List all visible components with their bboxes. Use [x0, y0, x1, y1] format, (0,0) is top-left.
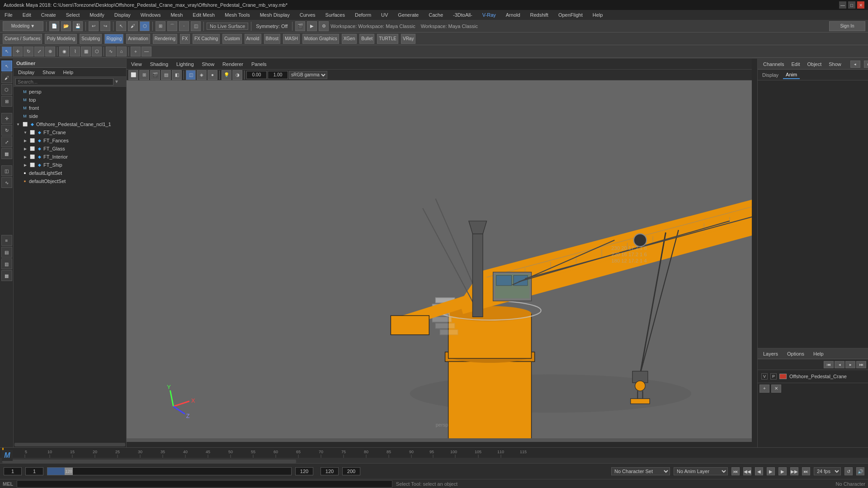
panel-tool1[interactable]: ▤ [1, 247, 12, 258]
current-frame-input[interactable] [4, 467, 22, 475]
select-tool[interactable]: ↖ [1, 61, 12, 71]
vp-far-clip-input[interactable] [268, 71, 288, 79]
snap-point-button[interactable]: · [179, 21, 189, 31]
move-tool-button[interactable]: ✛ [13, 47, 23, 56]
anim-layer-select[interactable]: No Anim Layer [674, 467, 728, 475]
menu-windows[interactable]: Windows [139, 11, 163, 19]
menu-openflight[interactable]: OpenFlight [557, 11, 585, 19]
layer-fwd-btn[interactable]: ▸ [845, 361, 855, 368]
fps-select[interactable]: 24 fps [814, 467, 841, 475]
menu-select[interactable]: Select [64, 11, 82, 19]
panels-menu[interactable]: Panels [250, 61, 269, 67]
fx-caching-tab[interactable]: FX Caching [193, 34, 220, 44]
step-back-btn[interactable]: ◀◀ [743, 467, 751, 475]
playback-thumb[interactable]: 120 [65, 468, 73, 475]
layer-back-btn[interactable]: ◂ [835, 361, 844, 368]
scale-tool-button[interactable]: ⤢ [34, 47, 44, 56]
menu-mesh[interactable]: Mesh [169, 11, 184, 19]
shading-menu[interactable]: Shading [148, 61, 170, 67]
menu-mesh-tools[interactable]: Mesh Tools [223, 11, 251, 19]
open-scene-button[interactable]: 📂 [61, 21, 71, 31]
snap-live-button[interactable]: ⌂ [117, 47, 127, 56]
character-set-select[interactable]: No Character Set [611, 467, 670, 475]
edit-label[interactable]: Edit [789, 61, 802, 67]
motion-graphics-tab[interactable]: Motion Graphics [302, 34, 339, 44]
arnold-tab[interactable]: Arnold [245, 34, 261, 44]
outliner-item-persp[interactable]: M persp [14, 88, 126, 96]
end-frame-input[interactable] [295, 467, 313, 475]
edge-mode-button[interactable]: ⌇ [70, 47, 80, 56]
range-scrollbar[interactable] [0, 458, 868, 463]
layer-prev-btn[interactable]: ⏮ [824, 361, 834, 368]
select-tool-button[interactable]: ↖ [2, 47, 12, 56]
paint-select-button[interactable]: 🖌 [128, 21, 138, 31]
range-end-input[interactable] [342, 467, 360, 475]
poly-modeling-tab[interactable]: Poly Modeling [45, 34, 77, 44]
goto-start-btn[interactable]: ⏮ [731, 467, 740, 475]
show-menu[interactable]: Show [200, 61, 217, 67]
snap-tool[interactable]: ◫ [1, 165, 12, 176]
anim-tab[interactable]: Anim [783, 71, 800, 79]
outliner-menu-display[interactable]: Display [16, 69, 36, 76]
rotate-tool-left[interactable]: ↻ [1, 125, 12, 136]
vp-xray-btn[interactable]: ◈ [197, 70, 207, 80]
panel-resize-btn2[interactable]: ▸ [864, 61, 868, 68]
layer-next-btn[interactable]: ⏭ [856, 361, 866, 368]
snap-curve-button[interactable]: ⌒ [167, 21, 177, 31]
command-mode-label[interactable]: MEL [3, 481, 13, 487]
no-live-surface-badge[interactable]: No Live Surface [207, 23, 248, 30]
prev-frame-btn[interactable]: ◀ [755, 467, 763, 475]
outliner-item-ft-glass[interactable]: ▶ ⬜ ◆ FT_Glass [14, 145, 126, 153]
unknown-tool1[interactable]: ⊞ [1, 96, 12, 107]
layer-playback[interactable]: P [770, 373, 777, 380]
loop-btn[interactable]: ↺ [844, 467, 853, 475]
rotate-tool-button[interactable]: ↻ [24, 47, 33, 56]
audio-btn[interactable]: 🔊 [856, 467, 864, 475]
layer-visibility[interactable]: V [761, 373, 768, 380]
expand-ft-crane-icon[interactable]: ▼ [23, 130, 28, 135]
outliner-item-front[interactable]: M front [14, 104, 126, 112]
outliner-scroll-thumb[interactable] [14, 443, 125, 446]
animation-tab[interactable]: Animation [126, 34, 150, 44]
help-tab[interactable]: Help [811, 351, 826, 357]
sculpting-tab[interactable]: Sculpting [80, 34, 102, 44]
menu-modify[interactable]: Modify [88, 11, 106, 19]
face-mode-button[interactable]: ▦ [81, 47, 91, 56]
multi-mode-button[interactable]: ⬡ [92, 47, 102, 56]
channels-label[interactable]: Channels [761, 61, 786, 67]
menu-edit[interactable]: Edit [21, 11, 33, 19]
maximize-button[interactable]: □ [848, 1, 855, 9]
outliner-item-ft-fances[interactable]: ▶ ⬜ ◆ FT_Fances [14, 136, 126, 145]
soft-select-button[interactable]: ∿ [106, 47, 116, 56]
layer-tool[interactable]: ≡ [1, 235, 12, 246]
layers-tab[interactable]: Layers [761, 351, 780, 357]
vertex-mode-button[interactable]: ◉ [59, 47, 69, 56]
vp-near-clip-input[interactable] [246, 71, 267, 79]
range-thumb[interactable] [0, 459, 868, 462]
menu-arnold[interactable]: Arnold [504, 11, 522, 19]
xgen-tab[interactable]: XGen [342, 34, 357, 44]
poly-tool[interactable]: ▦ [1, 148, 12, 159]
outliner-item-ft-interior[interactable]: ▶ ⬜ ◆ FT_Interior [14, 153, 126, 161]
mode-dropdown[interactable]: Modeling ▼ [3, 21, 43, 31]
vp-film-btn[interactable]: 🎬 [150, 70, 160, 80]
layer-color-swatch[interactable] [779, 374, 787, 379]
menu-help[interactable]: Help [591, 11, 605, 19]
universal-manip-button[interactable]: ⊕ [45, 47, 55, 56]
render-settings-button[interactable]: ⚙ [319, 21, 329, 31]
menu-generate[interactable]: Generate [396, 11, 420, 19]
panel-tool3[interactable]: ▦ [1, 270, 12, 281]
vray-tab[interactable]: VRay [401, 34, 415, 44]
vp-view-btn[interactable]: ◧ [172, 70, 182, 80]
step-fwd-btn[interactable]: ▶▶ [790, 467, 798, 475]
turtle-tab[interactable]: TURTLE [377, 34, 398, 44]
vp-shadow-btn[interactable]: ◑ [232, 70, 242, 80]
goto-end-btn[interactable]: ⏭ [802, 467, 810, 475]
mel-input[interactable] [17, 480, 392, 488]
vp-grid-btn[interactable]: ⊞ [139, 70, 149, 80]
display-tab[interactable]: Display [760, 71, 781, 79]
viewport-hscroll[interactable] [127, 442, 757, 447]
outliner-item-top[interactable]: M top [14, 96, 126, 104]
view-menu[interactable]: View [129, 61, 144, 67]
menu-uv[interactable]: UV [379, 11, 390, 19]
